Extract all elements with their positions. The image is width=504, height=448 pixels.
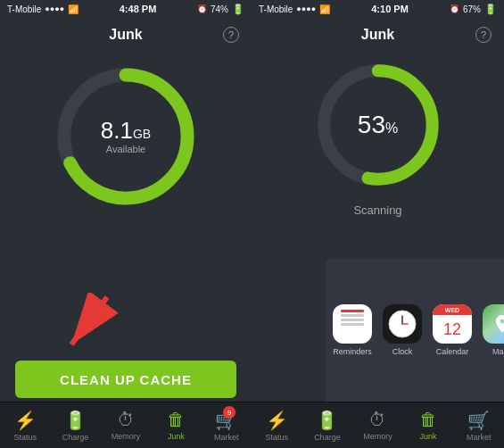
- junk-icon: 🗑: [167, 410, 185, 430]
- left-nav-memory[interactable]: ⏱ Memory: [101, 402, 151, 448]
- right-nav-market-label: Market: [467, 433, 492, 442]
- app-calendar[interactable]: WED 12 Calendar: [433, 304, 472, 356]
- svg-line-3: [71, 297, 107, 344]
- right-donut-label: 53%: [358, 111, 398, 139]
- right-nav-market[interactable]: 🛒 Market: [453, 402, 504, 448]
- memory-icon: ⏱: [117, 410, 135, 430]
- left-donut-sub: Available: [101, 144, 151, 154]
- left-nav-market[interactable]: 🛒 Market 9: [202, 402, 252, 448]
- clock-label: Clock: [392, 347, 413, 356]
- maps-icon: [483, 304, 504, 344]
- app-reminders[interactable]: Reminders: [333, 304, 372, 356]
- reminders-label: Reminders: [333, 347, 372, 356]
- right-donut-unit: %: [385, 120, 398, 136]
- left-donut-chart: 8.1GB Available: [50, 61, 202, 212]
- left-alarm-icon: ⏰: [197, 4, 207, 13]
- right-nav-memory[interactable]: ⏱ Memory: [352, 402, 403, 448]
- clock-icon: [383, 304, 422, 344]
- right-title: Junk: [361, 27, 394, 43]
- left-battery-icon: 🔋: [232, 4, 244, 15]
- left-title: Junk: [109, 27, 142, 43]
- right-battery: 67%: [463, 4, 481, 14]
- left-battery: 74%: [211, 4, 228, 14]
- right-panel: T-Mobile ●●●● 📶 4:10 PM ⏰ 67% 🔋 Junk ? 5…: [252, 0, 504, 448]
- status-icon: ⚡: [14, 410, 37, 431]
- scanning-text: Scanning: [353, 203, 401, 217]
- right-memory-icon: ⏱: [368, 410, 386, 430]
- left-donut-value: 8.1GB: [101, 119, 151, 142]
- arrow-svg: [54, 293, 125, 364]
- left-nav-junk-label: Junk: [168, 432, 185, 441]
- right-status-icon: ⚡: [266, 410, 288, 431]
- right-signal-icon: ●●●●: [296, 4, 316, 13]
- right-help-icon[interactable]: ?: [475, 27, 492, 43]
- maps-svg: [492, 313, 504, 335]
- left-time: 4:48 PM: [120, 4, 157, 14]
- app-clock[interactable]: Clock: [383, 304, 422, 356]
- left-nav-status-label: Status: [13, 433, 37, 442]
- right-nav-memory-label: Memory: [363, 432, 392, 441]
- left-nav-charge[interactable]: 🔋 Charge: [50, 402, 100, 448]
- left-nav-status[interactable]: ⚡ Status: [0, 402, 50, 448]
- right-market-icon: 🛒: [467, 410, 490, 431]
- right-battery-icon: 🔋: [484, 4, 497, 15]
- maps-label: Maps: [492, 347, 504, 356]
- app-row: Reminders Clock WED: [333, 304, 504, 356]
- left-help-icon[interactable]: ?: [223, 27, 239, 43]
- red-arrow-overlay: [54, 293, 125, 368]
- charge-icon: 🔋: [64, 410, 87, 431]
- right-nav-charge-label: Charge: [314, 433, 341, 442]
- right-nav-charge[interactable]: 🔋 Charge: [302, 402, 353, 448]
- right-carrier: T-Mobile: [259, 4, 293, 14]
- right-donut-chart: 53%: [316, 62, 441, 187]
- left-nav-market-label: Market: [214, 433, 239, 442]
- right-nav-junk[interactable]: 🗑 Junk: [403, 402, 454, 448]
- right-junk-icon: 🗑: [419, 410, 437, 430]
- right-status-bar: T-Mobile ●●●● 📶 4:10 PM ⏰ 67% 🔋: [252, 0, 504, 18]
- right-nav-status-label: Status: [266, 433, 289, 442]
- left-panel: T-Mobile ●●●● 📶 4:48 PM ⏰ 74% 🔋 Junk ? 8…: [0, 0, 252, 448]
- right-charge-icon: 🔋: [316, 410, 338, 431]
- app-maps[interactable]: Maps: [483, 304, 504, 356]
- left-wifi-icon: 📶: [68, 4, 78, 14]
- left-carrier: T-Mobile: [7, 4, 41, 14]
- left-nav-charge-label: Charge: [62, 433, 89, 442]
- reminders-icon: [333, 304, 372, 344]
- right-bottom-nav: ⚡ Status 🔋 Charge ⏱ Memory 🗑 Junk 🛒 Mark…: [252, 402, 504, 448]
- left-signal-icon: ●●●●: [45, 4, 64, 13]
- cleanup-cache-button[interactable]: CLEAN UP CACHE: [15, 361, 236, 398]
- left-status-bar: T-Mobile ●●●● 📶 4:48 PM ⏰ 74% 🔋: [0, 0, 252, 18]
- left-nav-memory-label: Memory: [112, 432, 141, 441]
- right-title-bar: Junk ?: [252, 18, 504, 52]
- right-time: 4:10 PM: [371, 4, 409, 14]
- right-nav-junk-label: Junk: [420, 432, 437, 441]
- right-alarm-icon: ⏰: [450, 4, 459, 13]
- clock-svg: [387, 309, 417, 339]
- calendar-icon: WED 12: [433, 304, 472, 344]
- app-switcher-overlay: Reminders Clock WED: [326, 259, 504, 402]
- calendar-label: Calendar: [436, 347, 469, 356]
- left-donut-label: 8.1GB Available: [101, 119, 151, 154]
- right-wifi-icon: 📶: [319, 4, 330, 14]
- right-nav-status[interactable]: ⚡ Status: [252, 402, 302, 448]
- left-title-bar: Junk ?: [0, 18, 252, 52]
- left-donut-unit: GB: [133, 127, 151, 141]
- market-badge: 9: [223, 406, 235, 419]
- right-donut-value: 53%: [358, 111, 398, 138]
- left-nav-junk[interactable]: 🗑 Junk: [151, 402, 201, 448]
- left-bottom-nav: ⚡ Status 🔋 Charge ⏱ Memory 🗑 Junk 🛒 Mark…: [0, 402, 252, 448]
